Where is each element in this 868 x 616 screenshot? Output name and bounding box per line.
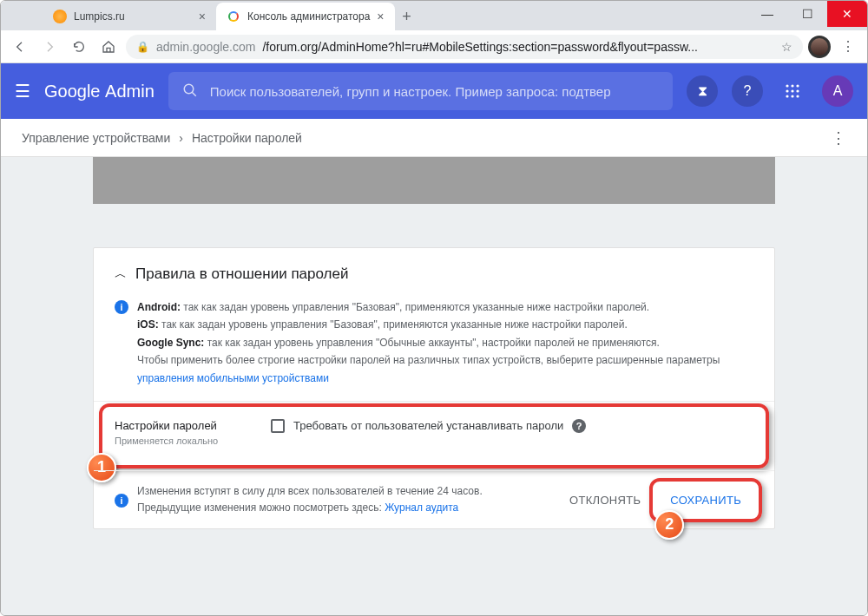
- nav-home-button[interactable]: [96, 35, 121, 59]
- omnibox[interactable]: 🔒 admin.google.com/forum.org/AdminHome?h…: [126, 35, 803, 59]
- info-block: i Android: так как задан уровень управле…: [94, 292, 774, 401]
- nav-reload-button[interactable]: [67, 35, 91, 59]
- audit-log-link[interactable]: Журнал аудита: [385, 501, 458, 514]
- cancel-button[interactable]: ОТКЛОНЯТЬ: [559, 487, 651, 514]
- settings-subtitle: Применяется локально: [115, 436, 253, 446]
- window-close-button[interactable]: ✕: [827, 1, 867, 27]
- checkbox-label: Требовать от пользователей устанавливать…: [293, 419, 563, 432]
- window-minimize-button[interactable]: —: [747, 1, 787, 27]
- breadcrumb-current: Настройки паролей: [192, 131, 302, 145]
- svg-point-6: [791, 89, 793, 92]
- address-bar-row: 🔒 admin.google.com/forum.org/AdminHome?h…: [1, 30, 867, 63]
- activity-icon[interactable]: ⧗: [687, 75, 718, 107]
- mobile-management-link[interactable]: управления мобильными устройствами: [137, 372, 329, 384]
- save-button[interactable]: СОХРАНИТЬ: [658, 487, 753, 514]
- info-text: Android: так как задан уровень управлени…: [137, 298, 720, 387]
- lock-icon: 🔒: [136, 41, 149, 53]
- breadcrumb-more-icon[interactable]: ⋮: [831, 128, 846, 147]
- require-password-checkbox[interactable]: [271, 419, 285, 433]
- svg-point-4: [796, 84, 799, 87]
- info-icon: i: [115, 494, 128, 508]
- app-header: ☰ Google Admin Поиск пользователей, груп…: [1, 63, 867, 119]
- annotation-badge-2: 2: [654, 510, 684, 540]
- breadcrumb: Управление устройствами › Настройки паро…: [1, 119, 867, 157]
- bookmark-star-icon[interactable]: ☆: [781, 40, 792, 54]
- nav-back-button[interactable]: [8, 35, 32, 59]
- search-bar[interactable]: Поиск пользователей, групп и настроек. П…: [168, 72, 673, 110]
- window-maximize-button[interactable]: ☐: [787, 1, 827, 27]
- svg-point-3: [791, 84, 793, 87]
- svg-point-8: [786, 95, 788, 97]
- favicon-lumpics-icon: [53, 10, 67, 23]
- nav-forward-button[interactable]: [37, 35, 62, 59]
- favicon-admin-icon: [227, 10, 240, 23]
- profile-avatar[interactable]: [808, 36, 831, 58]
- svg-line-1: [192, 92, 196, 96]
- hamburger-menu-icon[interactable]: ☰: [15, 81, 30, 102]
- app-logo: Google Admin: [44, 82, 155, 102]
- tab-close-icon[interactable]: ×: [377, 10, 384, 23]
- card-title: Правила в отношении паролей: [135, 265, 348, 283]
- account-avatar[interactable]: A: [822, 75, 853, 107]
- svg-point-9: [791, 95, 793, 97]
- password-rules-card: ︿ Правила в отношении паролей i Android:…: [93, 247, 775, 529]
- help-icon[interactable]: ?: [732, 75, 763, 107]
- svg-point-0: [184, 84, 194, 94]
- tab-label: Lumpics.ru: [74, 10, 125, 23]
- tab-close-icon[interactable]: ×: [199, 10, 206, 23]
- svg-point-5: [786, 89, 788, 92]
- apps-grid-icon[interactable]: [777, 75, 808, 107]
- tab-label: Консоль администратора: [247, 10, 370, 23]
- breadcrumb-link-devices[interactable]: Управление устройствами: [22, 131, 170, 145]
- tab-lumpics[interactable]: Lumpics.ru ×: [43, 3, 216, 30]
- search-icon: [182, 82, 198, 101]
- info-icon: i: [115, 300, 128, 314]
- search-placeholder: Поиск пользователей, групп и настроек. П…: [210, 84, 611, 99]
- password-settings-row: Настройки паролей Применяется локально Т…: [94, 401, 774, 470]
- content-area: ︿ Правила в отношении паролей i Android:…: [1, 157, 867, 615]
- svg-point-2: [786, 84, 788, 87]
- url-host: admin.google.com: [156, 40, 255, 54]
- card-header[interactable]: ︿ Правила в отношении паролей: [94, 248, 774, 292]
- tab-strip: Lumpics.ru × Консоль администратора × +: [1, 0, 867, 30]
- svg-point-10: [796, 95, 799, 97]
- card-footer: i Изменения вступят в силу для всех поль…: [94, 470, 774, 528]
- url-path: /forum.org/AdminHome?hl=ru#MobileSetting…: [262, 40, 698, 54]
- breadcrumb-sep: ›: [179, 131, 183, 145]
- tab-admin-console[interactable]: Консоль администратора ×: [216, 3, 395, 30]
- footer-text: Изменения вступят в силу для всех пользо…: [137, 483, 483, 516]
- browser-menu-button[interactable]: ⋮: [836, 35, 860, 59]
- chevron-up-icon: ︿: [115, 266, 127, 282]
- new-tab-button[interactable]: +: [395, 8, 419, 26]
- settings-title: Настройки паролей: [115, 419, 253, 432]
- svg-point-7: [796, 89, 799, 92]
- help-tooltip-icon[interactable]: ?: [572, 419, 586, 433]
- banner-placeholder: [93, 157, 775, 204]
